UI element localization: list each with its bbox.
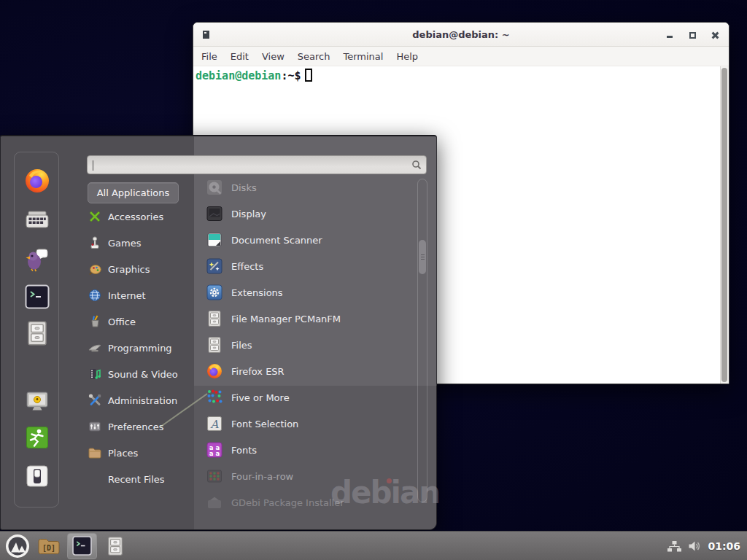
category-internet[interactable]: Internet bbox=[88, 282, 197, 308]
accessories-icon bbox=[88, 209, 102, 224]
search-input[interactable] bbox=[93, 158, 400, 172]
sound-video-icon bbox=[88, 367, 102, 381]
terminal-taskbar-button[interactable] bbox=[67, 533, 97, 559]
terminal-scrollbar-thumb[interactable] bbox=[721, 68, 727, 382]
app-four-in-a-row[interactable]: Four-in-a-row bbox=[206, 463, 410, 489]
minimize-button[interactable] bbox=[665, 30, 675, 40]
clock[interactable]: 01:06 bbox=[708, 540, 740, 552]
graphics-icon bbox=[88, 262, 102, 276]
games-icon bbox=[88, 236, 102, 250]
menu-logo-icon bbox=[5, 534, 30, 559]
app-effects[interactable]: Effects bbox=[206, 253, 410, 279]
lock-screen-icon bbox=[24, 388, 50, 414]
shutdown-icon bbox=[24, 463, 50, 489]
extensions-icon bbox=[206, 284, 223, 301]
app-disks[interactable]: Disks bbox=[206, 174, 410, 201]
category-places[interactable]: Places bbox=[88, 440, 197, 466]
app-font-selection[interactable]: A Font Selection bbox=[206, 411, 410, 437]
logout-button[interactable] bbox=[24, 424, 50, 451]
file-manager-launcher[interactable] bbox=[105, 535, 125, 557]
app-list-scrollbar-thumb[interactable] bbox=[419, 240, 426, 274]
internet-icon bbox=[88, 288, 102, 303]
favorite-firefox-button[interactable] bbox=[24, 168, 50, 194]
app-display[interactable]: Display bbox=[206, 201, 410, 227]
category-preferences[interactable]: Preferences bbox=[88, 413, 197, 440]
app-fonts[interactable]: a aa a Fonts bbox=[206, 437, 410, 463]
menu-button[interactable] bbox=[5, 534, 30, 559]
close-button[interactable] bbox=[710, 30, 720, 40]
favorite-pidgin-button[interactable] bbox=[24, 246, 50, 272]
category-list: Accessories Games Graphics Internet bbox=[88, 203, 197, 492]
maximize-button[interactable] bbox=[687, 30, 697, 40]
svg-text:a a: a a bbox=[209, 450, 220, 457]
all-applications-button[interactable]: All Applications bbox=[88, 182, 179, 203]
search-icon bbox=[411, 160, 422, 170]
svg-text:A: A bbox=[210, 418, 220, 431]
software-keys-icon bbox=[24, 207, 50, 233]
menu-item-help[interactable]: Help bbox=[390, 47, 425, 66]
volume-icon[interactable] bbox=[688, 540, 701, 552]
favorite-files-button[interactable] bbox=[24, 320, 50, 346]
category-administration[interactable]: Administration bbox=[88, 387, 197, 413]
four-in-a-row-icon bbox=[206, 467, 223, 485]
lock-screen-button[interactable] bbox=[24, 388, 50, 414]
desktop-folder-launcher[interactable]: [D] bbox=[37, 536, 61, 556]
category-office[interactable]: Office bbox=[88, 308, 197, 335]
favorite-terminal-button[interactable] bbox=[24, 284, 50, 310]
menu-item-terminal[interactable]: Terminal bbox=[336, 47, 390, 66]
gdebi-icon bbox=[206, 494, 223, 511]
menu-item-edit[interactable]: Edit bbox=[224, 47, 255, 66]
app-list-scrollbar[interactable] bbox=[417, 179, 427, 502]
terminal-prompt-line: debian@debian:~$ bbox=[196, 69, 312, 82]
app-document-scanner[interactable]: Document Scanner bbox=[206, 227, 410, 253]
firefox-esr-icon bbox=[206, 362, 223, 380]
preferences-icon bbox=[88, 419, 102, 434]
category-accessories[interactable]: Accessories bbox=[88, 203, 197, 230]
category-games[interactable]: Games bbox=[88, 230, 197, 256]
search-box[interactable] bbox=[87, 155, 427, 174]
terminal-icon bbox=[24, 284, 50, 310]
category-recent-files[interactable]: Recent Files bbox=[88, 466, 197, 492]
prompt-user-host: debian@debian bbox=[196, 69, 281, 82]
disks-icon bbox=[206, 179, 223, 196]
app-gdebi-package-installer[interactable]: GDebi Package Installer bbox=[206, 489, 410, 516]
app-five-or-more[interactable]: Five or More bbox=[206, 384, 410, 411]
category-graphics[interactable]: Graphics bbox=[88, 256, 197, 282]
terminal-titlebar[interactable]: debian@debian: ~ bbox=[193, 23, 729, 47]
file-manager-icon bbox=[206, 310, 223, 327]
menu-item-file[interactable]: File bbox=[195, 47, 224, 66]
effects-icon bbox=[206, 257, 223, 275]
category-programming[interactable]: Programming bbox=[88, 335, 197, 361]
network-icon[interactable] bbox=[667, 540, 681, 552]
document-scanner-icon bbox=[206, 231, 223, 249]
svg-text:[D]: [D] bbox=[42, 543, 55, 551]
menu-item-search[interactable]: Search bbox=[291, 47, 337, 66]
office-icon bbox=[88, 314, 102, 329]
places-icon bbox=[88, 446, 102, 460]
app-file-manager-pcmanfm[interactable]: File Manager PCManFM bbox=[206, 306, 410, 332]
shutdown-button[interactable] bbox=[24, 463, 50, 489]
administration-icon bbox=[88, 393, 102, 408]
firefox-icon bbox=[24, 168, 50, 194]
system-tray: 01:06 bbox=[667, 540, 747, 552]
display-icon bbox=[206, 205, 223, 222]
files-icon bbox=[206, 336, 223, 354]
category-sound-video[interactable]: Sound & Video bbox=[88, 361, 197, 387]
terminal-title: debian@debian: ~ bbox=[193, 23, 729, 47]
text-caret bbox=[93, 160, 93, 171]
favorite-software-button[interactable] bbox=[24, 207, 50, 233]
application-menu: debian bbox=[0, 135, 437, 530]
window-controls bbox=[665, 23, 720, 47]
fonts-icon: a aa a bbox=[206, 441, 223, 459]
favorites-sidebar bbox=[14, 152, 59, 508]
app-extensions[interactable]: Extensions bbox=[206, 279, 410, 306]
five-or-more-icon bbox=[206, 389, 223, 406]
app-firefox-esr[interactable]: Firefox ESR bbox=[206, 358, 410, 384]
programming-icon bbox=[88, 341, 102, 355]
file-cabinet-icon bbox=[24, 320, 50, 346]
menu-item-view[interactable]: View bbox=[255, 47, 291, 66]
terminal-menubar: File Edit View Search Terminal Help bbox=[193, 47, 729, 66]
font-selection-icon: A bbox=[206, 415, 223, 432]
app-files[interactable]: Files bbox=[206, 332, 410, 358]
terminal-scrollbar[interactable] bbox=[720, 66, 729, 384]
